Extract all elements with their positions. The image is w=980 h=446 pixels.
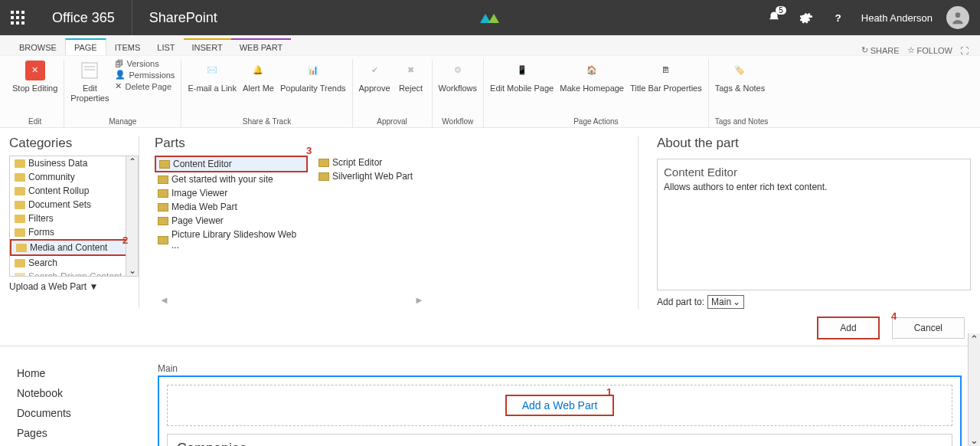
tab-webpart[interactable]: WEB PART — [231, 38, 291, 55]
category-item[interactable]: Search-Driven Content — [10, 270, 138, 277]
webpart-title: Companies — [167, 434, 952, 446]
category-item[interactable]: Search — [10, 256, 138, 270]
tenant-logo — [475, 8, 505, 28]
add-webpart-link[interactable]: Add a Web Part — [505, 395, 615, 416]
focus-button[interactable]: ⛶ — [960, 45, 969, 55]
edit-properties-button[interactable]: Edit Properties — [70, 59, 109, 103]
reject-button[interactable]: ✖Reject — [397, 59, 426, 93]
settings-gear-icon[interactable] — [797, 11, 815, 25]
help-icon[interactable]: ? — [829, 11, 848, 25]
category-item[interactable]: Document Sets — [10, 198, 138, 212]
group-edit-label: Edit — [12, 117, 57, 126]
category-item[interactable]: Filters — [10, 212, 138, 225]
upload-webpart-link[interactable]: Upload a Web Part ▼ — [9, 281, 139, 292]
category-item[interactable]: Business Data — [10, 156, 138, 170]
category-item[interactable]: Content Rollup — [10, 184, 138, 198]
parts-next-icon[interactable]: ► — [414, 294, 424, 306]
approve-button[interactable]: ✔Approve — [359, 59, 390, 93]
focus-icon: ⛶ — [960, 46, 969, 55]
webpart-icon — [158, 189, 168, 198]
svg-rect-7 — [16, 21, 19, 25]
parts-prev-icon[interactable]: ◄ — [159, 294, 169, 306]
part-item[interactable]: Picture Library Slideshow Web ... — [155, 228, 308, 252]
versions-button[interactable]: 🗐Versions — [115, 59, 175, 68]
callout-2: 2 — [122, 234, 128, 246]
permissions-icon: 👤 — [115, 70, 126, 80]
part-item[interactable]: Page Viewer — [155, 214, 308, 228]
folder-icon — [15, 215, 25, 223]
category-item[interactable]: Media and Content — [10, 239, 138, 256]
webpart-icon — [158, 203, 168, 212]
part-item[interactable]: Image Viewer — [155, 186, 308, 200]
cancel-button[interactable]: Cancel — [892, 317, 965, 339]
follow-button[interactable]: ☆FOLLOW — [907, 45, 952, 55]
make-homepage-button[interactable]: 🏠Make Homepage — [560, 59, 624, 93]
about-description: Allows authors to enter rich text conten… — [664, 182, 964, 192]
svg-rect-4 — [16, 16, 19, 19]
permissions-button[interactable]: 👤Permissions — [115, 70, 175, 80]
add-part-to-select[interactable]: Main⌄ — [707, 295, 744, 309]
star-icon: ☆ — [907, 45, 915, 55]
add-part-to-label: Add part to: — [657, 297, 704, 307]
folder-icon — [15, 273, 25, 277]
part-item[interactable]: Silverlight Web Part — [315, 169, 469, 183]
popularity-trends-button[interactable]: 📊Popularity Trends — [280, 59, 346, 93]
webpart-icon — [158, 175, 168, 184]
tab-browse[interactable]: BROWSE — [11, 38, 65, 55]
tags-notes-button[interactable]: 🏷️Tags & Notes — [715, 59, 765, 93]
add-button[interactable]: Add — [817, 316, 879, 339]
tab-items[interactable]: ITEMS — [106, 38, 149, 55]
svg-rect-0 — [11, 11, 14, 14]
svg-point-12 — [956, 12, 961, 18]
share-icon: ↻ — [861, 45, 868, 55]
folder-icon — [15, 173, 25, 182]
svg-rect-8 — [21, 21, 24, 25]
nav-item[interactable]: Pages — [17, 423, 145, 443]
part-item[interactable]: Get started with your site — [155, 172, 308, 186]
folder-icon — [15, 201, 25, 209]
folder-icon — [16, 244, 27, 252]
folder-icon — [15, 159, 25, 168]
workflows-button[interactable]: ⚙Workflows — [439, 59, 478, 93]
titlebar-properties-button[interactable]: 🖹Title Bar Properties — [630, 59, 702, 93]
group-manage-label: Manage — [70, 117, 175, 126]
about-title: Content Editor — [664, 166, 964, 179]
parts-header: Parts — [155, 136, 638, 151]
add-webpart-zone[interactable]: Add a Web Part — [167, 385, 952, 426]
user-avatar[interactable] — [946, 6, 969, 29]
nav-item[interactable]: Home — [17, 363, 145, 383]
nav-item[interactable]: Recent — [17, 443, 145, 446]
part-item[interactable]: Script Editor — [315, 156, 469, 169]
webpart-gallery: Categories Business Data Community Conte… — [0, 128, 980, 312]
category-item[interactable]: Forms — [10, 225, 138, 239]
svg-rect-5 — [21, 16, 24, 19]
categories-header: Categories — [9, 136, 139, 151]
user-name[interactable]: Heath Anderson — [861, 12, 933, 24]
tab-list[interactable]: LIST — [149, 38, 183, 55]
category-item[interactable]: Community — [10, 170, 138, 184]
email-link-button[interactable]: ✉️E-mail a Link — [188, 59, 237, 93]
app-launcher-icon[interactable] — [0, 0, 35, 35]
app-name: SharePoint — [132, 10, 234, 26]
svg-rect-6 — [11, 21, 14, 25]
page-scrollbar[interactable]: ⌃⌄ — [968, 333, 980, 446]
alert-me-button[interactable]: 🔔Alert Me — [243, 59, 274, 93]
tab-page[interactable]: PAGE — [65, 38, 106, 55]
categories-scrollbar[interactable]: ⌃⌄ — [126, 156, 138, 276]
webpart-icon — [159, 160, 170, 169]
webpart-icon — [158, 217, 168, 225]
svg-marker-9 — [480, 14, 491, 23]
svg-marker-10 — [488, 14, 499, 23]
edit-mobile-page-button[interactable]: 📱Edit Mobile Page — [490, 59, 554, 93]
part-item[interactable]: Media Web Part — [155, 200, 308, 214]
part-item[interactable]: Content Editor — [155, 156, 308, 172]
stop-editing-button[interactable]: ✕ Stop Editing — [12, 59, 57, 93]
suite-bar: Office 365 SharePoint 5 ? Heath Anderson — [0, 0, 980, 35]
nav-item[interactable]: Documents — [17, 403, 145, 423]
delete-page-button[interactable]: ✕Delete Page — [115, 81, 175, 91]
nav-item[interactable]: Notebook — [17, 383, 145, 403]
share-button[interactable]: ↻SHARE — [861, 45, 900, 55]
tab-insert[interactable]: INSERT — [184, 38, 231, 55]
notifications-icon[interactable]: 5 — [765, 11, 783, 25]
webpart-icon — [318, 172, 329, 181]
